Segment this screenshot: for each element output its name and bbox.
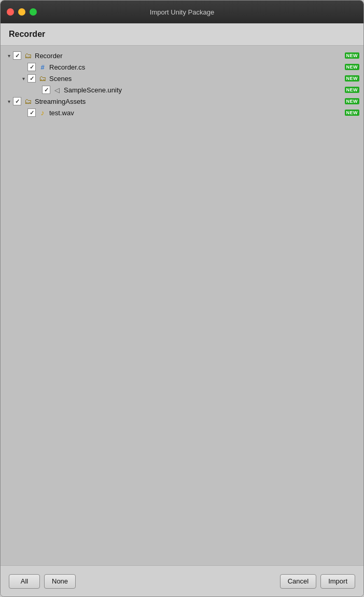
bottom-left-buttons: All None: [9, 574, 76, 589]
none-button[interactable]: None: [44, 574, 76, 589]
tree-row[interactable]: ♪ test.wav NEW: [1, 107, 363, 118]
minimize-button[interactable]: [18, 8, 25, 16]
tree-area: ▾ 🗂 Recorder NEW # Recorder.cs NEW ▾ 🗂 S…: [1, 46, 363, 565]
checkbox-test-wav[interactable]: [27, 108, 36, 117]
chevron-icon: ▾: [5, 97, 13, 105]
checkbox-sample-scene[interactable]: [42, 86, 50, 94]
package-title: Recorder: [9, 30, 45, 38]
bottom-bar: All None Cancel Import: [1, 565, 363, 596]
tree-row[interactable]: # Recorder.cs NEW: [1, 61, 363, 73]
new-badge: NEW: [345, 75, 360, 82]
new-badge: NEW: [345, 98, 360, 104]
tree-row[interactable]: ◁ SampleScene.unity NEW: [1, 84, 363, 96]
folder-icon: 🗂: [38, 74, 47, 83]
checkbox-recorder-cs[interactable]: [27, 63, 36, 71]
header: Recorder: [1, 23, 363, 46]
chevron-icon: ▾: [19, 74, 27, 83]
tree-row[interactable]: ▾ 🗂 Recorder NEW: [1, 50, 363, 61]
checkbox-scenes-folder[interactable]: [27, 74, 36, 83]
window-title: Import Unity Package: [150, 8, 214, 16]
item-label: StreamingAssets: [35, 98, 341, 105]
traffic-lights: [7, 8, 37, 16]
title-bar: Import Unity Package: [1, 1, 363, 23]
import-button[interactable]: Import: [320, 574, 355, 589]
close-button[interactable]: [7, 8, 14, 16]
item-label: Recorder: [35, 52, 341, 60]
script-icon: #: [38, 62, 47, 72]
audio-icon: ♪: [38, 108, 47, 117]
new-badge: NEW: [345, 87, 360, 93]
bottom-right-buttons: Cancel Import: [280, 574, 355, 589]
item-label: Recorder.cs: [49, 63, 341, 71]
chevron-icon: ▾: [5, 51, 13, 60]
new-badge: NEW: [345, 52, 360, 59]
tree-row[interactable]: ▾ 🗂 Scenes NEW: [1, 73, 363, 84]
scene-icon: ◁: [52, 85, 62, 94]
item-label: test.wav: [49, 109, 341, 117]
item-label: SampleScene.unity: [64, 86, 341, 94]
new-badge: NEW: [345, 110, 360, 116]
folder-icon: 🗂: [23, 97, 33, 106]
new-badge: NEW: [345, 64, 360, 70]
checkbox-streaming-assets[interactable]: [13, 97, 21, 105]
all-button[interactable]: All: [9, 574, 40, 589]
folder-icon: 🗂: [23, 51, 33, 60]
checkbox-recorder-folder[interactable]: [13, 51, 21, 60]
item-label: Scenes: [49, 75, 341, 83]
tree-row[interactable]: ▾ 🗂 StreamingAssets NEW: [1, 96, 363, 107]
maximize-button[interactable]: [30, 8, 37, 16]
cancel-button[interactable]: Cancel: [280, 574, 316, 589]
import-unity-package-window: Import Unity Package Recorder ▾ 🗂 Record…: [0, 0, 364, 597]
